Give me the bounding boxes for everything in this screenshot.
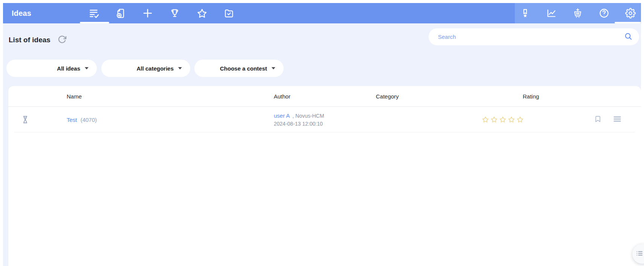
idea-market-button[interactable] — [569, 3, 586, 23]
contest-filter-value: Choose a contest — [220, 65, 267, 72]
search-bar — [429, 28, 639, 45]
contest-filter-select[interactable]: Choose a contest — [194, 60, 284, 77]
ideas-filter-select[interactable]: All ideas — [6, 60, 97, 77]
add-document-button[interactable] — [111, 3, 130, 23]
contests-button[interactable] — [166, 3, 184, 23]
column-header-rating: Rating — [523, 86, 539, 107]
author-company: , Novus-HCM — [293, 113, 324, 119]
trophy-icon — [169, 8, 180, 18]
cart-plus-icon — [572, 8, 583, 18]
refresh-icon — [57, 35, 67, 45]
plus-icon — [142, 8, 153, 19]
ideas-table-card: Name Author Category Rating Test (4070) — [8, 86, 641, 266]
idea-name-link[interactable]: Test — [67, 117, 77, 123]
idea-name-cell: Test (4070) — [67, 117, 97, 123]
top-navigation-bar: Ideas — [3, 3, 641, 23]
bookmark-icon — [594, 115, 601, 124]
favorites-button[interactable] — [193, 3, 211, 23]
help-button[interactable] — [595, 3, 613, 23]
line-chart-icon — [546, 8, 557, 18]
search-submit-button[interactable] — [623, 32, 639, 42]
list-of-ideas-tab[interactable] — [84, 3, 102, 23]
column-header-category: Category — [376, 86, 399, 107]
star-icon — [197, 8, 208, 19]
table-header-row: Name Author Category Rating — [8, 86, 641, 107]
bookmark-button[interactable] — [593, 114, 603, 126]
medal-icon — [520, 8, 530, 18]
settings-button[interactable] — [622, 3, 639, 23]
settings-tab-indicator — [615, 22, 641, 23]
table-row: Test (4070) user A, Novus-HCM 2024-08-13… — [8, 107, 641, 132]
create-idea-button[interactable] — [139, 3, 157, 23]
categories-filter-select[interactable]: All categories — [101, 60, 190, 77]
search-icon — [624, 32, 633, 42]
search-input[interactable] — [429, 34, 623, 40]
author-line: user A, Novus-HCM — [274, 112, 324, 120]
hamburger-menu-icon — [613, 115, 622, 125]
idea-date: 2024-08-13 12:00:10 — [274, 120, 324, 128]
categories-filter-value: All categories — [137, 65, 174, 72]
page-header: List of ideas — [9, 31, 67, 49]
chevron-down-icon — [178, 67, 182, 69]
folder-check-icon — [224, 8, 234, 18]
app-title: Ideas — [12, 3, 31, 23]
help-circle-icon — [599, 8, 609, 18]
chevron-down-icon — [272, 67, 275, 69]
page-title: List of ideas — [9, 36, 50, 44]
app-window: Ideas — [3, 3, 641, 266]
column-header-author: Author — [274, 86, 290, 107]
author-link[interactable]: user A — [274, 112, 290, 119]
list-lines-icon — [636, 249, 644, 258]
gear-icon — [625, 8, 636, 18]
column-header-name: Name — [67, 86, 82, 107]
active-tab-indicator — [80, 22, 109, 23]
row-menu-button[interactable] — [611, 113, 623, 126]
secondary-nav — [515, 3, 641, 23]
document-plus-icon — [115, 8, 126, 19]
rating-stars[interactable] — [482, 116, 524, 123]
idea-folder-button[interactable] — [220, 3, 238, 23]
main-nav — [84, 3, 247, 23]
chevron-down-icon — [85, 67, 89, 69]
list-check-icon — [88, 8, 99, 19]
filter-bar: All ideas All categories Choose a contes… — [6, 60, 284, 77]
refresh-button[interactable] — [57, 35, 67, 45]
achievements-button[interactable] — [516, 3, 534, 23]
author-cell: user A, Novus-HCM 2024-08-13 12:00:10 — [274, 112, 324, 128]
ideas-filter-value: All ideas — [57, 65, 80, 72]
idea-count: (4070) — [81, 117, 97, 123]
statistics-button[interactable] — [543, 3, 560, 23]
hourglass-status-icon — [21, 115, 30, 124]
